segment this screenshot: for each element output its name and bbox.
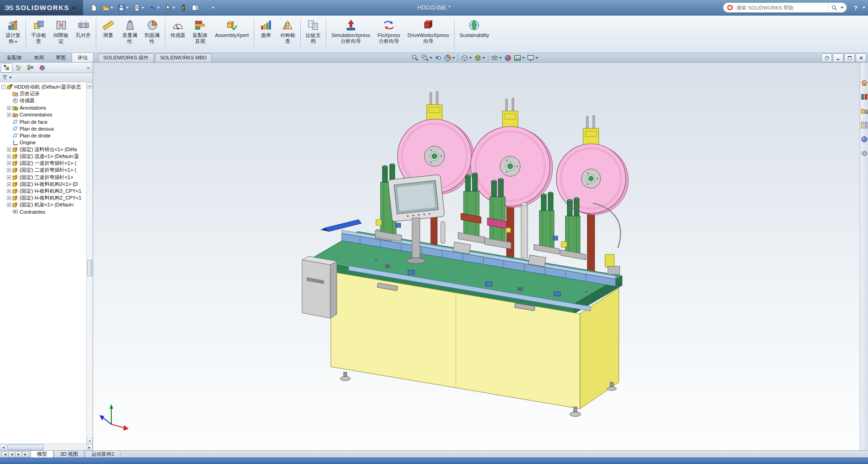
file-explorer-tab[interactable]	[861, 107, 868, 116]
open-button[interactable]	[100, 1, 115, 14]
floxpress-button[interactable]: FloXpress分析向导	[374, 16, 404, 50]
options-button[interactable]	[202, 1, 216, 14]
tree-item[interactable]: +(固定) 一道折弯插针<1> (	[0, 160, 87, 167]
expand-icon[interactable]: +	[7, 196, 11, 200]
menu-flyout-icon[interactable]: ▶	[73, 5, 76, 10]
help-caret-icon[interactable]	[863, 7, 865, 9]
nav-next-button[interactable]: ▶	[16, 452, 22, 457]
tree-vertical-scrollbar[interactable]: ▲ ▼	[86, 83, 93, 444]
undo-button[interactable]	[147, 1, 162, 14]
sensor-button[interactable]: 传感器	[167, 16, 189, 50]
filter-caret-icon[interactable]	[9, 77, 12, 79]
driveworks-xpress-button[interactable]: DriveWorksXpress向导	[404, 16, 453, 50]
expand-icon[interactable]: +	[7, 161, 11, 165]
assembly-3d-model[interactable]	[93, 63, 860, 450]
tree-item[interactable]: 传感器	[0, 97, 87, 104]
symmetry-button[interactable]: 对称检查	[277, 16, 299, 50]
tree-item[interactable]: -HDD自动机 (Défaut<显示状态	[0, 84, 87, 90]
configurationmanager-tab[interactable]	[25, 63, 36, 73]
section-view-button[interactable]	[443, 53, 456, 63]
mass-props-button[interactable]: 质量属性	[119, 16, 141, 50]
hole-align-button[interactable]: 孔对齐	[72, 16, 94, 50]
scroll-left-icon[interactable]: ◀	[0, 444, 6, 450]
expand-icon[interactable]: +	[7, 189, 11, 193]
tree-item[interactable]: +Annotations	[0, 105, 87, 111]
hide-show-button[interactable]	[490, 53, 503, 63]
expand-icon[interactable]: +	[7, 106, 11, 110]
tab-3d-views[interactable]: 3D 视图	[54, 450, 84, 458]
search-box[interactable]	[723, 2, 847, 13]
expand-icon[interactable]: +	[7, 175, 11, 179]
measure-button[interactable]: 测量	[98, 16, 119, 50]
tree-item[interactable]: +(固定) 流道<1> (Défaut<显	[0, 153, 87, 160]
win-minimize-button[interactable]	[833, 53, 843, 62]
nav-first-button[interactable]: ◀	[2, 452, 8, 457]
expand-icon[interactable]: +	[7, 113, 11, 117]
section-props-button[interactable]: 剖面属性	[141, 16, 163, 50]
search-caret-icon[interactable]	[841, 7, 843, 9]
apply-scene-button[interactable]	[513, 53, 526, 63]
select-button[interactable]	[162, 1, 177, 14]
save-button[interactable]	[116, 1, 131, 14]
view-palette-tab[interactable]	[861, 121, 868, 131]
zoom-fit-button[interactable]	[411, 53, 420, 63]
expand-icon[interactable]: +	[7, 168, 11, 172]
nav-last-button[interactable]: ▶	[22, 452, 29, 457]
assembly-xpert-button[interactable]: AssemblyXpert	[211, 16, 252, 50]
tree-item[interactable]: Plan de face	[0, 118, 87, 125]
expand-icon[interactable]: +	[7, 154, 11, 158]
design-study-button[interactable]: 设计算例	[2, 16, 24, 50]
filter-icon[interactable]	[2, 74, 8, 80]
tree-item[interactable]: +(固定) H-收料机构2_CPY<1	[0, 195, 87, 201]
expand-icon[interactable]: +	[7, 203, 11, 207]
simulation-xpress-button[interactable]: SimulationXpress分析向导	[328, 16, 374, 50]
tab-motion-study-1[interactable]: 运动算例1	[85, 450, 120, 458]
tree-item[interactable]: +(固定) H-收料机构3_CPY<1	[0, 188, 87, 195]
win-restore-button[interactable]	[821, 53, 832, 62]
search-input[interactable]	[736, 5, 826, 11]
clearance-button[interactable]: 间隙验证	[50, 16, 72, 50]
collapse-icon[interactable]: -	[1, 85, 5, 89]
tree-item[interactable]: +(固定) 送料错位<1> (Défa	[0, 146, 87, 153]
help-button[interactable]: ?	[852, 4, 859, 12]
collection-bin[interactable]	[302, 256, 337, 318]
tree-item[interactable]: 历史记录	[0, 90, 87, 97]
tab-solidworks-addins[interactable]: SOLIDWORKS 插件	[98, 53, 154, 63]
tree-item[interactable]: Plan de droite	[0, 132, 87, 139]
tab-layout[interactable]: 布局	[28, 53, 50, 63]
tree-item[interactable]: Origine	[0, 139, 87, 146]
sustainability-button[interactable]: Sustainability	[456, 16, 493, 50]
print-button[interactable]	[131, 1, 146, 14]
tree-item[interactable]: +(固定) 二道折弯插针<1> (	[0, 167, 87, 174]
tree-item[interactable]: Contraintes	[0, 208, 87, 215]
display-pane-button[interactable]	[190, 1, 201, 14]
visualize-button[interactable]: 装配体直观	[189, 16, 211, 50]
displaymanager-tab[interactable]	[37, 63, 48, 73]
tree-horizontal-scrollbar[interactable]: ◀ ▶	[0, 443, 93, 450]
curvature-button[interactable]: 曲率	[256, 16, 277, 50]
expand-icon[interactable]: +	[7, 148, 11, 152]
horizontal-scroll-thumb[interactable]	[7, 444, 44, 450]
compare-button[interactable]: 比较文档	[302, 16, 324, 50]
vertical-scroll-thumb[interactable]	[87, 260, 92, 276]
view-settings-button[interactable]	[526, 53, 539, 63]
graphics-viewport[interactable]	[93, 63, 860, 450]
scroll-up-icon[interactable]: ▲	[87, 83, 93, 89]
tab-assembly[interactable]: 装配体	[1, 53, 28, 63]
resources-tab[interactable]	[861, 79, 868, 88]
reel-2[interactable]	[471, 127, 553, 207]
panel-overflow-button[interactable]: »	[84, 65, 92, 70]
tree-item[interactable]: +(固定) 三道折弯插针<1>	[0, 174, 87, 180]
search-icon[interactable]	[831, 5, 837, 11]
stylus-part[interactable]	[320, 220, 361, 232]
view-orientation-button[interactable]	[460, 53, 473, 63]
zoom-area-button[interactable]	[420, 53, 433, 63]
rebuild-button[interactable]	[178, 1, 189, 14]
tab-model[interactable]: 模型	[31, 450, 53, 458]
featuremanager-tab[interactable]	[1, 63, 12, 73]
tree-item[interactable]: Plan de dessus	[0, 125, 87, 132]
win-maximize-button[interactable]	[844, 53, 855, 62]
expand-icon[interactable]: +	[7, 182, 11, 186]
propertymanager-tab[interactable]	[13, 63, 24, 73]
win-close-button[interactable]	[856, 53, 866, 62]
